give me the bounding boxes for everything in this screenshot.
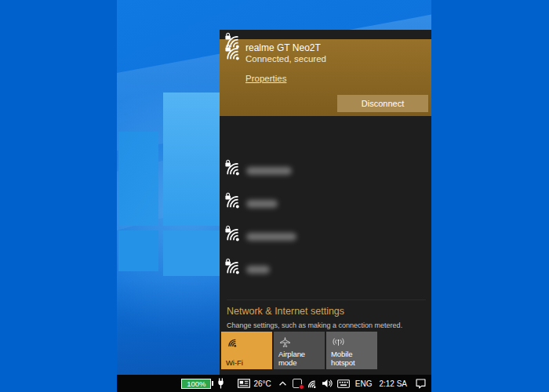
temperature-readout[interactable]: 26°C	[253, 379, 271, 388]
logo-pane	[163, 93, 226, 226]
tile-label: Wi-Fi	[226, 359, 243, 368]
quick-action-mobile-hotspot[interactable]: Mobile hotspot	[326, 332, 377, 369]
keyboard-icon[interactable]	[337, 379, 350, 388]
wifi-lock-icon	[224, 31, 242, 53]
logo-pane	[163, 230, 226, 276]
wifi-network-item[interactable]	[220, 157, 431, 187]
wifi-network-item[interactable]	[220, 30, 431, 60]
logo-pane	[118, 230, 158, 271]
settings-hint-text: Change settings, such as making a connec…	[227, 321, 426, 329]
notification-badge	[299, 384, 304, 390]
wifi-icon	[227, 336, 238, 351]
tile-label: Mobile hotspot	[331, 350, 375, 367]
wifi-lock-icon	[224, 158, 242, 180]
blurred-ssid	[246, 266, 270, 274]
flyout-footer: Network & Internet settings Change setti…	[227, 299, 426, 329]
tile-label: Airplane mode	[278, 350, 322, 367]
wifi-network-item[interactable]	[220, 190, 431, 220]
quick-action-wifi[interactable]: Wi-Fi	[221, 332, 272, 369]
disconnect-button[interactable]: Disconnect	[337, 95, 428, 112]
screenshot-region: realme GT Neo2T Connected, secured Prope…	[117, 0, 431, 392]
battery-nub	[212, 381, 213, 386]
speaker-icon[interactable]	[322, 379, 333, 388]
wifi-lock-icon	[224, 191, 242, 213]
taskbar-clock[interactable]: 2:12 SA	[379, 379, 407, 388]
action-center-icon[interactable]	[416, 379, 426, 389]
blurred-ssid	[246, 167, 292, 175]
blurred-ssid	[246, 233, 296, 241]
power-plug-icon	[216, 378, 225, 389]
battery-percent: 100%	[181, 379, 211, 389]
network-settings-link[interactable]: Network & Internet settings	[227, 306, 344, 317]
taskbar: 100% 26°C	[117, 375, 431, 392]
quick-action-airplane-mode[interactable]: Airplane mode	[274, 332, 325, 369]
quick-actions: Wi-Fi Airplane mode Mobile hotspot	[221, 332, 377, 369]
wifi-lock-icon	[224, 257, 242, 279]
properties-link[interactable]: Properties	[245, 74, 286, 83]
logo-pane	[118, 132, 158, 226]
hotspot-icon	[332, 336, 345, 350]
wifi-network-item[interactable]	[220, 256, 431, 285]
desktop-canvas: realme GT Neo2T Connected, secured Prope…	[0, 0, 549, 392]
blurred-ssid	[246, 200, 278, 208]
wifi-flyout-panel: realme GT Neo2T Connected, secured Prope…	[220, 30, 431, 375]
wifi-lock-icon	[224, 224, 242, 246]
language-indicator[interactable]: ENG	[355, 379, 373, 388]
battery-indicator[interactable]: 100%	[181, 379, 213, 389]
news-icon[interactable]	[238, 379, 250, 388]
chevron-up-icon[interactable]	[278, 381, 287, 387]
app-notification-icon[interactable]	[293, 379, 302, 388]
wifi-network-item[interactable]	[220, 223, 431, 252]
wifi-icon[interactable]	[307, 379, 318, 389]
